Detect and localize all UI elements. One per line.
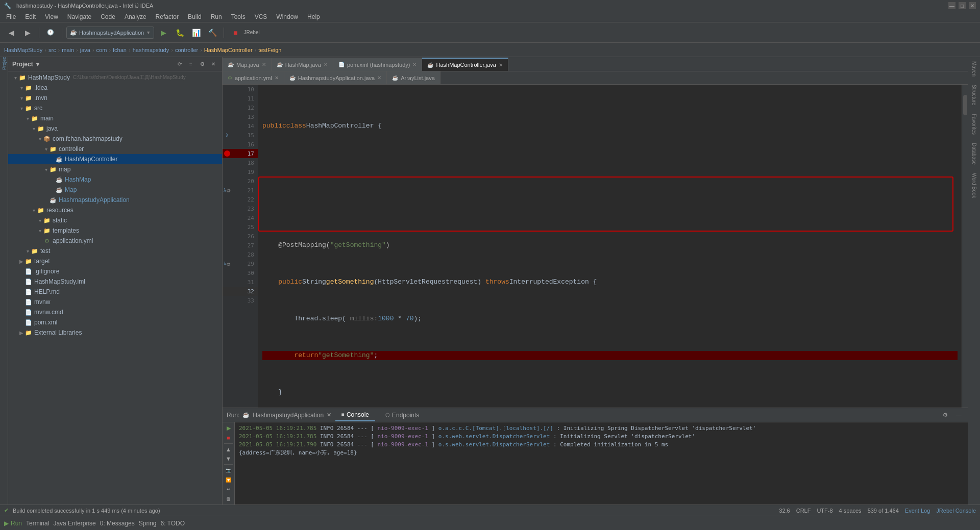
nav-test-feign[interactable]: testFeign: [258, 47, 281, 53]
tab-map-java[interactable]: ☕ Map.java ✕: [223, 58, 272, 71]
run-close-button[interactable]: ✕: [327, 412, 331, 418]
project-collapse-button[interactable]: ≡: [186, 60, 195, 69]
spring-button[interactable]: Spring: [139, 520, 157, 527]
tree-item-root[interactable]: ▾ 📁 HashMapStudy C:\Users\fchen\Desktop\…: [8, 72, 222, 83]
run-stop-button[interactable]: ■: [224, 434, 233, 441]
stop-button[interactable]: ■: [228, 26, 242, 40]
code-content-wrapper[interactable]: public class HashMapController { @PostMa…: [258, 85, 962, 408]
menu-run[interactable]: Run: [207, 12, 226, 21]
menu-build[interactable]: Build: [184, 12, 206, 21]
nav-hashmapstudy[interactable]: HashMapStudy: [4, 47, 42, 53]
tree-item-templates[interactable]: ▾ 📁 templates: [8, 225, 222, 236]
tab-close-hmc[interactable]: ✕: [499, 62, 503, 68]
run-scroll-button[interactable]: 📷: [224, 467, 233, 474]
bottom-tab-endpoints[interactable]: ⬡ Endpoints: [379, 410, 425, 421]
tab-close-hsa[interactable]: ✕: [377, 75, 381, 81]
nav-java[interactable]: java: [80, 47, 90, 53]
menu-vcs[interactable]: VCS: [251, 12, 272, 21]
jrebel-console[interactable]: JRebel Console: [936, 508, 976, 514]
tree-item-map-folder[interactable]: ▾ 📁 map: [8, 164, 222, 174]
project-icon[interactable]: Project: [1, 59, 8, 66]
editor-scrollbar-thumb[interactable]: [963, 95, 967, 115]
run-button[interactable]: ▶: [156, 26, 170, 40]
code-area[interactable]: public class HashMapController { @PostMa…: [258, 85, 962, 408]
tree-item-application-yml[interactable]: ⚙ application.yml: [8, 236, 222, 246]
tab-hashmap-java[interactable]: ☕ HashMap.java ✕: [272, 58, 333, 71]
back-button[interactable]: ◀: [4, 26, 18, 40]
menu-file[interactable]: File: [2, 12, 20, 21]
editor-scrollbar[interactable]: [962, 85, 968, 408]
tree-item-src[interactable]: ▾ 📁 src: [8, 103, 222, 113]
tree-item-idea[interactable]: ▾ 📁 .idea: [8, 83, 222, 93]
tab-hashmap-controller[interactable]: ☕ HashMapController.java ✕: [422, 58, 508, 71]
run-filter-button[interactable]: 🔽: [224, 476, 233, 484]
run-bottom-button[interactable]: ▶ Run: [4, 520, 22, 527]
project-sync-button[interactable]: ⟳: [175, 60, 184, 69]
tab-close-map[interactable]: ✕: [262, 62, 266, 67]
run-down-button[interactable]: ▼: [224, 455, 233, 462]
tree-item-package[interactable]: ▾ 📦 com.fchan.hashmapstudy: [8, 134, 222, 144]
tab-close-pom[interactable]: ✕: [412, 62, 416, 67]
debug-button[interactable]: 🐛: [173, 26, 187, 40]
run-trash-button[interactable]: 🗑: [224, 495, 233, 502]
tree-item-resources[interactable]: ▾ 📁 resources: [8, 205, 222, 215]
structure-icon[interactable]: Structure: [970, 83, 978, 108]
tab-pom[interactable]: 📄 pom.xml (hashmapstudy) ✕: [333, 58, 423, 71]
tree-item-main[interactable]: ▾ 📁 main: [8, 113, 222, 123]
tree-item-mvn[interactable]: ▾ 📁 .mvn: [8, 93, 222, 103]
bottom-hide-button[interactable]: —: [953, 410, 964, 420]
bottom-tab-console[interactable]: ≡ Console: [335, 409, 375, 421]
favorites-icon[interactable]: Favorites: [970, 112, 978, 137]
navigate-recent-button[interactable]: 🕐: [43, 26, 58, 40]
minimize-button[interactable]: —: [948, 2, 955, 9]
console-output[interactable]: 2021-05-05 16:19:21.785 INFO 26584 --- […: [235, 422, 968, 504]
tree-item-iml[interactable]: 📄 HashMapStudy.iml: [8, 276, 222, 287]
nav-com[interactable]: com: [96, 47, 107, 53]
tree-item-static[interactable]: ▾ 📁 static: [8, 215, 222, 225]
event-log[interactable]: Event Log: [905, 508, 930, 514]
messages-button[interactable]: 0: Messages: [100, 520, 135, 527]
close-button[interactable]: ✕: [969, 2, 976, 9]
tree-item-map[interactable]: ☕ Map: [8, 185, 222, 195]
bottom-settings-button[interactable]: ⚙: [940, 410, 950, 420]
tree-item-test[interactable]: ▾ 📁 test: [8, 246, 222, 256]
tree-item-ext-libs[interactable]: ▶ 📁 External Libraries: [8, 327, 222, 338]
menu-window[interactable]: Window: [272, 12, 302, 21]
breakpoint-dot[interactable]: [224, 150, 230, 157]
run-configuration[interactable]: ☕ HashmapstuydApplication ▼: [66, 27, 154, 39]
run-wrap-button[interactable]: ↩: [224, 486, 233, 493]
todo-button[interactable]: 6: TODO: [160, 520, 185, 527]
tree-item-mvnw[interactable]: 📄 mvnw: [8, 297, 222, 307]
menu-tools[interactable]: Tools: [227, 12, 250, 21]
nav-fchan[interactable]: fchan: [113, 47, 127, 53]
jrebel-button[interactable]: JRebel: [244, 26, 259, 40]
tree-item-mvnw-cmd[interactable]: 📄 mvnw.cmd: [8, 307, 222, 317]
tree-item-gitignore[interactable]: 📄 .gitignore: [8, 266, 222, 276]
tab-arraylist[interactable]: ☕ ArrayList.java: [387, 71, 440, 84]
tree-item-help[interactable]: 📄 HELP.md: [8, 287, 222, 297]
terminal-button[interactable]: Terminal: [26, 520, 49, 527]
menu-help[interactable]: Help: [303, 12, 324, 21]
maximize-button[interactable]: □: [959, 2, 966, 9]
nav-hashmapstudy-pkg[interactable]: hashmapstudy: [133, 47, 169, 53]
tree-item-java[interactable]: ▾ 📁 java: [8, 123, 222, 134]
word-book-icon[interactable]: Word Book: [970, 171, 978, 200]
menu-edit[interactable]: Edit: [21, 12, 40, 21]
menu-analyze[interactable]: Analyze: [120, 12, 151, 21]
menu-navigate[interactable]: Navigate: [63, 12, 95, 21]
build-button[interactable]: 🔨: [205, 26, 219, 40]
nav-hashmap-controller[interactable]: HashMapController: [204, 47, 253, 53]
nav-controller[interactable]: controller: [175, 47, 198, 53]
run-restart-button[interactable]: ▶: [224, 424, 233, 432]
nav-src[interactable]: src: [48, 47, 56, 53]
menu-refactor[interactable]: Refactor: [152, 12, 183, 21]
maven-icon[interactable]: Maven: [970, 59, 978, 79]
tree-item-hashmap-controller[interactable]: ☕ HashMapController: [8, 154, 222, 164]
database-icon[interactable]: Database: [970, 141, 978, 167]
project-settings-button[interactable]: ⚙: [198, 60, 207, 69]
run-up-button[interactable]: ▲: [224, 446, 233, 453]
menu-code[interactable]: Code: [96, 12, 119, 21]
menu-view[interactable]: View: [41, 12, 62, 21]
tree-item-app[interactable]: ☕ HashmapstudyApplication: [8, 195, 222, 205]
tab-close-yml[interactable]: ✕: [275, 75, 279, 81]
